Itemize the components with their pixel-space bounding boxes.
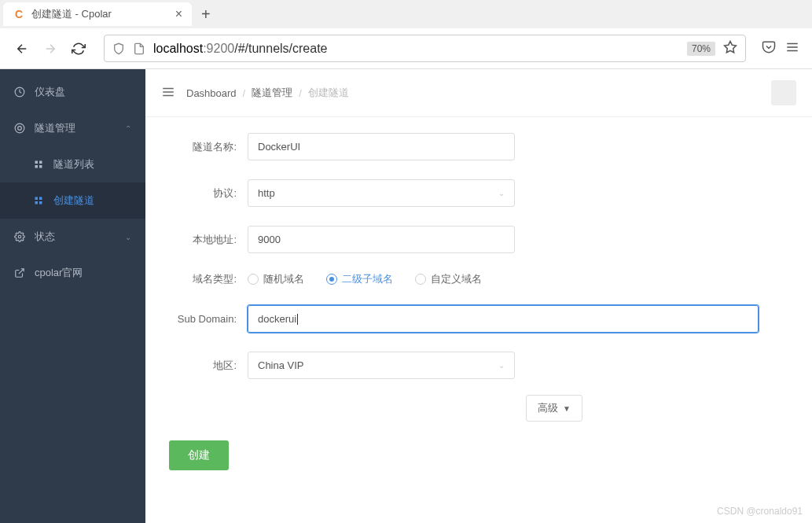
chevron-down-icon: ⌄: [125, 233, 131, 241]
pocket-icon[interactable]: [762, 40, 776, 57]
browser-tab[interactable]: C 创建隧道 - Cpolar ×: [3, 2, 192, 26]
forward-button[interactable]: [41, 39, 60, 58]
text-cursor: [297, 314, 298, 325]
breadcrumb: Dashboard / 隧道管理 / 创建隧道: [186, 86, 349, 100]
radio-subdomain[interactable]: 二级子域名: [326, 272, 393, 286]
sidebar-item-label: 隧道管理: [35, 121, 75, 135]
svg-rect-9: [35, 165, 39, 168]
target-icon: [14, 123, 25, 134]
bookmark-icon[interactable]: [723, 40, 737, 57]
sidebar-item-tunnel-mgmt[interactable]: 隧道管理 ⌃: [0, 110, 145, 146]
browser-tab-bar: C 创建隧道 - Cpolar × +: [0, 0, 812, 28]
chevron-down-icon: ⌄: [498, 361, 505, 370]
new-tab-button[interactable]: +: [201, 6, 211, 24]
svg-rect-11: [35, 197, 39, 201]
browser-toolbar: localhost:9200/#/tunnels/create 70%: [0, 28, 812, 69]
domain-type-label: 域名类型:: [169, 272, 248, 286]
back-button[interactable]: [13, 39, 31, 58]
page-icon: [133, 42, 145, 55]
svg-point-15: [18, 235, 21, 238]
subdomain-input[interactable]: dockerui: [248, 305, 759, 333]
submit-button[interactable]: 创建: [169, 440, 229, 470]
advanced-button[interactable]: 高级 ▼: [526, 395, 582, 422]
sidebar-item-label: 创建隧道: [53, 193, 94, 208]
breadcrumb-sep: /: [299, 87, 302, 99]
radio-custom-domain[interactable]: 自定义域名: [415, 272, 482, 286]
main-header: Dashboard / 隧道管理 / 创建隧道: [145, 69, 812, 117]
external-link-icon: [14, 267, 25, 278]
chevron-up-icon: ⌃: [125, 124, 131, 133]
breadcrumb-sep: /: [243, 87, 246, 99]
grid-icon: [33, 159, 44, 170]
breadcrumb-item[interactable]: Dashboard: [186, 87, 237, 99]
svg-point-5: [15, 123, 24, 133]
tunnel-name-input[interactable]: [248, 133, 515, 160]
local-addr-input[interactable]: [248, 226, 515, 253]
breadcrumb-current: 创建隧道: [308, 86, 349, 100]
dashboard-icon: [14, 87, 25, 98]
sidebar-item-dashboard[interactable]: 仪表盘: [0, 74, 145, 110]
radio-icon: [415, 274, 426, 285]
avatar[interactable]: [771, 80, 796, 105]
main-content: Dashboard / 隧道管理 / 创建隧道 隧道名称: 协议: http: [145, 69, 812, 523]
svg-point-6: [18, 127, 22, 131]
advanced-label: 高级: [538, 401, 558, 415]
url-bar[interactable]: localhost:9200/#/tunnels/create 70%: [104, 35, 746, 62]
tab-close-icon[interactable]: ×: [175, 7, 182, 21]
hamburger-icon[interactable]: [161, 85, 175, 101]
svg-rect-8: [39, 161, 42, 164]
grid-icon: [33, 195, 44, 206]
zoom-badge[interactable]: 70%: [687, 42, 715, 56]
shield-icon: [112, 42, 125, 55]
tunnel-name-label: 隧道名称:: [169, 140, 248, 154]
svg-rect-12: [39, 197, 42, 201]
region-value: China VIP: [258, 359, 304, 371]
url-text: localhost:9200/#/tunnels/create: [153, 42, 679, 56]
sidebar-item-website[interactable]: cpolar官网: [0, 255, 145, 291]
sidebar-item-label: cpolar官网: [35, 266, 83, 280]
svg-rect-14: [39, 201, 42, 204]
domain-type-radio-group: 随机域名 二级子域名 自定义域名: [248, 272, 482, 286]
sidebar-item-status[interactable]: 状态 ⌄: [0, 219, 145, 255]
watermark: CSDN @cronaldo91: [717, 506, 803, 517]
gear-icon: [14, 231, 25, 242]
chevron-down-icon: ⌄: [498, 189, 505, 197]
subdomain-label: Sub Domain:: [169, 313, 248, 325]
radio-icon: [248, 274, 259, 285]
svg-rect-10: [39, 165, 42, 168]
sidebar-item-tunnel-list[interactable]: 隧道列表: [0, 146, 145, 182]
svg-rect-13: [35, 201, 39, 204]
radio-label: 二级子域名: [342, 272, 393, 286]
breadcrumb-item[interactable]: 隧道管理: [252, 86, 292, 100]
radio-label: 随机域名: [263, 272, 304, 286]
sidebar-item-label: 隧道列表: [53, 157, 94, 171]
protocol-select[interactable]: http ⌄: [248, 179, 515, 207]
create-tunnel-form: 隧道名称: 协议: http ⌄ 本地地址: 域名类型:: [145, 117, 812, 505]
caret-down-icon: ▼: [563, 404, 571, 413]
region-label: 地区:: [169, 359, 248, 373]
local-addr-label: 本地地址:: [169, 233, 248, 247]
sidebar-item-label: 仪表盘: [35, 85, 65, 99]
region-select[interactable]: China VIP ⌄: [248, 352, 515, 379]
svg-marker-0: [725, 42, 737, 53]
tab-title: 创建隧道 - Cpolar: [31, 7, 169, 21]
protocol-label: 协议:: [169, 186, 248, 201]
radio-label: 自定义域名: [431, 272, 482, 286]
tab-favicon: C: [13, 8, 25, 20]
protocol-value: http: [258, 187, 275, 199]
svg-rect-7: [35, 161, 39, 164]
reload-button[interactable]: [69, 39, 88, 58]
radio-icon: [326, 274, 337, 285]
sidebar-item-label: 状态: [35, 230, 55, 244]
sidebar: 仪表盘 隧道管理 ⌃ 隧道列表 创建隧道 状态 ⌄ cpo: [0, 69, 145, 523]
sidebar-item-create-tunnel[interactable]: 创建隧道: [0, 182, 145, 219]
menu-icon[interactable]: [785, 40, 799, 57]
radio-random-domain[interactable]: 随机域名: [248, 272, 304, 286]
